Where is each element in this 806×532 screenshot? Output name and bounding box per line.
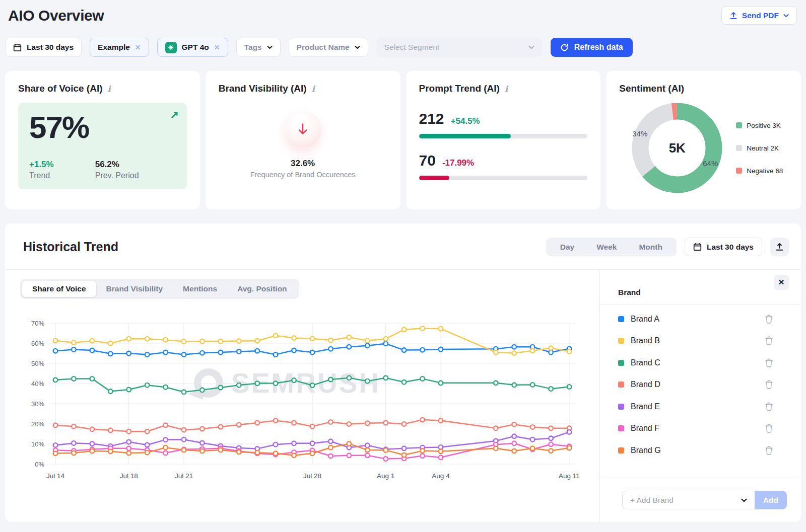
sentiment-donut: 5K 64% 34% <box>629 100 725 196</box>
tab-mentions[interactable]: Mentions <box>173 281 227 297</box>
historical-trend-header: Historical Trend Day Week Month Last 30 … <box>5 223 801 270</box>
legend-item-negative: Negative 68 <box>736 167 785 175</box>
date-range-filter[interactable]: Last 30 days <box>5 38 82 57</box>
prompt-trend-bar <box>419 134 588 138</box>
granularity-week[interactable]: Week <box>585 243 628 252</box>
send-pdf-button[interactable]: Send PDF <box>721 6 797 25</box>
brand-visibility-caption: Frequency of Brand Occurences <box>250 171 356 179</box>
tags-dropdown[interactable]: Tags <box>236 38 281 57</box>
page-title: AIO Overview <box>8 7 104 24</box>
granularity-toggle: Day Week Month <box>546 238 677 256</box>
tags-label: Tags <box>244 43 262 52</box>
brand-color-swatch <box>618 447 624 453</box>
brand-row: Brand F <box>600 418 801 440</box>
add-brand-placeholder: + Add Brand <box>630 496 674 505</box>
delete-brand-button[interactable] <box>764 423 774 433</box>
brand-visibility-card: Brand Visibility (AI) i 32.6% Frequency … <box>206 71 400 209</box>
refresh-data-label: Refresh data <box>574 43 623 52</box>
delete-brand-button[interactable] <box>764 445 774 455</box>
svg-text:Aug 4: Aug 4 <box>432 472 450 480</box>
brand-color-swatch <box>618 360 624 366</box>
brand-row: Brand C <box>600 352 801 374</box>
example-filter-chip[interactable]: Example ✕ <box>90 38 149 57</box>
delete-brand-button[interactable] <box>764 314 774 324</box>
share-of-voice-panel: 57% ↗ +1.5% Trend 56.2% Prev. Period <box>18 103 187 189</box>
model-filter-chip[interactable]: ✳ GPT 4o ✕ <box>157 38 228 57</box>
share-of-voice-value: 57% <box>29 111 176 144</box>
negative-swatch <box>736 168 742 174</box>
refresh-icon <box>560 43 569 52</box>
chevron-down-icon <box>741 498 747 502</box>
prompt-trend-delta-1: +54.5% <box>451 116 480 126</box>
segment-select[interactable]: Select Segment <box>376 38 543 57</box>
add-brand-button[interactable]: Add <box>755 491 787 509</box>
add-brand-row: + Add Brand Add <box>600 478 801 522</box>
close-panel-button[interactable]: ✕ <box>774 275 789 290</box>
sentiment-callout-neutral: 34% <box>632 129 647 138</box>
upload-icon <box>729 12 737 20</box>
svg-text:Aug 1: Aug 1 <box>377 472 394 480</box>
tab-avg-position[interactable]: Avg. Position <box>227 281 297 297</box>
chevron-down-icon <box>783 14 789 18</box>
prompt-trend-title: Prompt Trend (AI) <box>419 83 500 94</box>
arrow-down-icon <box>297 122 309 136</box>
sentiment-title: Sentiment (AI) <box>619 83 684 94</box>
granularity-day[interactable]: Day <box>549 243 585 252</box>
date-range-label: Last 30 days <box>27 43 74 52</box>
sentiment-legend: Positive 3K Neutral 2K Negative 68 <box>736 122 785 175</box>
refresh-data-button[interactable]: Refresh data <box>551 38 633 57</box>
svg-text:30%: 30% <box>31 400 44 408</box>
tab-share-of-voice[interactable]: Share of Voice <box>22 281 96 297</box>
upload-icon <box>775 243 784 251</box>
remove-example-chip-icon[interactable]: ✕ <box>135 43 141 51</box>
svg-text:20%: 20% <box>31 420 44 428</box>
brand-panel: ✕ Brand Brand A Brand B Brand C <box>599 270 801 522</box>
share-of-voice-title: Share of Voice (AI) <box>18 83 103 94</box>
delete-brand-button[interactable] <box>764 402 774 412</box>
brand-color-swatch <box>618 338 624 344</box>
metric-tabs: Share of Voice Brand Visibility Mentions… <box>20 279 299 299</box>
legend-item-neutral: Neutral 2K <box>736 144 785 152</box>
svg-text:Jul 14: Jul 14 <box>46 472 65 480</box>
export-chart-button[interactable] <box>770 238 789 256</box>
brand-row: Brand G <box>600 439 801 462</box>
chevron-down-icon <box>528 45 534 49</box>
product-name-dropdown[interactable]: Product Name <box>289 38 368 57</box>
add-brand-select[interactable]: + Add Brand <box>622 491 755 509</box>
brand-row: Brand D <box>600 374 801 396</box>
svg-text:50%: 50% <box>31 360 44 367</box>
example-chip-label: Example <box>98 43 130 52</box>
delete-brand-button[interactable] <box>764 379 774 390</box>
trend-value: +1.5% <box>29 160 54 170</box>
brand-row: Brand E <box>600 396 801 418</box>
info-icon[interactable]: i <box>312 84 315 94</box>
historical-trend-title: Historical Trend <box>23 240 118 254</box>
brand-color-swatch <box>618 316 624 322</box>
info-icon[interactable]: i <box>108 84 111 94</box>
send-pdf-label: Send PDF <box>742 11 779 20</box>
brand-visibility-title: Brand Visibility (AI) <box>219 83 307 94</box>
calendar-icon <box>693 243 702 251</box>
legend-item-positive: Positive 3K <box>736 122 785 129</box>
sentiment-total: 5K <box>629 100 725 196</box>
chart-date-range-label: Last 30 days <box>707 243 754 252</box>
sentiment-card: Sentiment (AI) 5K 64% 34% Positive 3K Ne… <box>606 71 801 209</box>
chart-date-range-button[interactable]: Last 30 days <box>685 238 762 256</box>
share-of-voice-card: Share of Voice (AI) i 57% ↗ +1.5% Trend … <box>5 71 200 209</box>
delete-brand-button[interactable] <box>764 358 774 368</box>
brand-color-swatch <box>618 425 624 431</box>
tab-brand-visibility[interactable]: Brand Visibility <box>96 281 173 297</box>
svg-text:60%: 60% <box>31 340 44 347</box>
visibility-badge <box>284 111 321 148</box>
brand-list: Brand A Brand B Brand C Brand D <box>600 305 801 478</box>
svg-text:Jul 21: Jul 21 <box>175 472 193 480</box>
brand-color-swatch <box>618 404 624 410</box>
sentiment-callout-positive: 64% <box>703 159 718 168</box>
kpi-cards-row: Share of Voice (AI) i 57% ↗ +1.5% Trend … <box>5 71 801 209</box>
delete-brand-button[interactable] <box>764 336 774 346</box>
model-chip-label: GPT 4o <box>182 43 209 52</box>
info-icon[interactable]: i <box>505 84 508 94</box>
brand-color-swatch <box>618 382 624 388</box>
remove-model-chip-icon[interactable]: ✕ <box>214 43 220 51</box>
granularity-month[interactable]: Month <box>628 243 673 252</box>
